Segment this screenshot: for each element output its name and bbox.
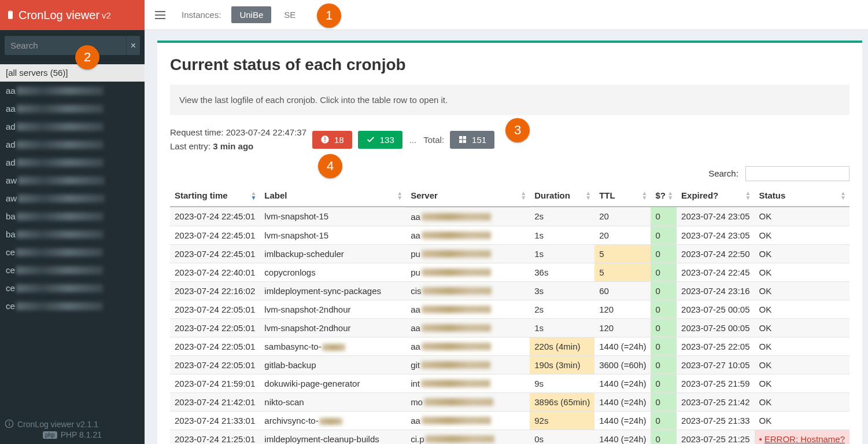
sidebar-item-server[interactable]: aa <box>0 100 145 118</box>
col-label: Duration <box>534 190 570 200</box>
table-row[interactable]: 2023-07-24 22:16:02imldeployment-sync-pa… <box>170 281 849 300</box>
cell-label: imldeployment-sync-packages <box>260 281 406 300</box>
sidebar-item-server[interactable]: ce <box>0 279 145 297</box>
server-redacted <box>422 213 491 221</box>
server-redacted <box>422 232 491 239</box>
svg-rect-8 <box>459 140 462 142</box>
cronjob-table: Starting time ▲▼ Label ▲▼ Server ▲▼ Dura… <box>170 185 849 444</box>
cell-start: 2023-07-24 22:05:01 <box>170 337 260 355</box>
search-input[interactable] <box>5 36 126 55</box>
sidebar-item-label: [all servers (56)] <box>6 68 68 78</box>
sidebar-item-server[interactable]: aa <box>0 82 145 100</box>
cell-ttl: 1440 (=24h) <box>594 411 651 430</box>
col-label[interactable]: Label ▲▼ <box>260 185 406 207</box>
table-row[interactable]: 2023-07-24 22:45:01lvm-snapshot-15aa1s20… <box>170 226 849 244</box>
cell-status: OK <box>755 281 849 300</box>
cell-start: 2023-07-24 22:05:01 <box>170 355 260 374</box>
cell-ttl: 1440 (=24h) <box>594 392 651 411</box>
footer-php: PHP 8.1.21 <box>61 430 102 439</box>
cell-ttl: 20 <box>594 226 651 244</box>
cell-expired: 2023-07-25 21:25 <box>677 430 754 444</box>
server-prefix: ce <box>6 283 15 293</box>
cell-expired: 2023-07-25 21:42 <box>677 392 754 411</box>
cell-start: 2023-07-24 21:59:01 <box>170 374 260 392</box>
table-row[interactable]: 2023-07-24 21:59:01dokuwiki-page-generat… <box>170 374 849 392</box>
brand[interactable]: CronLog viewer v2 <box>0 0 145 30</box>
sidebar-item-server[interactable]: ce <box>0 297 145 315</box>
col-duration[interactable]: Duration ▲▼ <box>530 185 594 207</box>
error-count: 18 <box>334 135 344 145</box>
table-row[interactable]: 2023-07-24 21:33:01archivsync-to-aa92s14… <box>170 411 849 430</box>
error-dot-icon: • <box>759 434 762 444</box>
sidebar-item-server[interactable]: ba <box>0 207 145 225</box>
table-row[interactable]: 2023-07-24 22:45:01lvm-snapshot-15aa2s20… <box>170 207 849 226</box>
col-ttl[interactable]: TTL ▲▼ <box>594 185 651 207</box>
cell-start: 2023-07-24 22:45:01 <box>170 244 260 263</box>
cell-start: 2023-07-24 22:05:01 <box>170 318 260 337</box>
server-redacted <box>422 269 491 276</box>
brand-title: CronLog viewer <box>19 9 99 22</box>
server-redacted <box>422 324 491 332</box>
server-redacted <box>17 87 104 95</box>
error-count-badge[interactable]: 18 <box>312 131 352 149</box>
table-row[interactable]: 2023-07-24 21:25:01imldeployment-cleanup… <box>170 430 849 444</box>
sidebar-item-server[interactable]: ad <box>0 153 145 171</box>
hint-box: View the last logfile of each cronjob. C… <box>170 85 849 115</box>
total-count: 151 <box>472 135 486 145</box>
search-clear-button[interactable]: × <box>126 36 140 55</box>
instances-label: Instances: <box>182 10 221 20</box>
server-redacted <box>16 248 103 256</box>
cell-label: imldeployment-cleanup-builds <box>260 430 406 444</box>
cell-duration: 92s <box>530 411 594 430</box>
cell-status: OK <box>755 226 849 244</box>
sidebar-item-server[interactable]: ce <box>0 261 145 279</box>
sort-icon: ▲▼ <box>840 191 846 200</box>
menu-toggle-icon[interactable] <box>155 11 165 19</box>
server-redacted <box>16 284 103 292</box>
server-prefix: aa <box>6 86 16 96</box>
cell-ttl: 60 <box>594 281 651 300</box>
col-label: $? <box>655 190 666 200</box>
table-row[interactable]: 2023-07-24 22:05:01lvm-snapshot-2ndhoura… <box>170 300 849 318</box>
error-link[interactable]: ERROR: Hostname? <box>764 434 845 444</box>
server-redacted <box>422 343 491 350</box>
instance-tab-se[interactable]: SE <box>276 6 304 23</box>
cell-ttl: 120 <box>594 318 651 337</box>
table-row[interactable]: 2023-07-24 22:05:01gitlab-backupgit190s … <box>170 355 849 374</box>
table-row[interactable]: 2023-07-24 21:42:01nikto-scanmo3896s (65… <box>170 392 849 411</box>
col-exitcode[interactable]: $? ▲▼ <box>651 185 677 207</box>
cell-status: OK <box>755 392 849 411</box>
cell-start: 2023-07-24 21:25:01 <box>170 430 260 444</box>
sidebar-item-server[interactable]: aw <box>0 189 145 207</box>
cell-ttl: 1440 (=24h) <box>594 337 651 355</box>
brand-version: v2 <box>102 10 111 20</box>
sidebar-item-all-servers[interactable]: [all servers (56)] <box>0 64 145 82</box>
cell-ttl: 1440 (=24h) <box>594 430 651 444</box>
cell-label: lvm-snapshot-15 <box>260 207 406 226</box>
table-row[interactable]: 2023-07-24 22:40:01copycronlogspu36s5020… <box>170 263 849 281</box>
col-status[interactable]: Status ▲▼ <box>755 185 849 207</box>
sidebar-item-server[interactable]: ad <box>0 118 145 135</box>
total-count-badge[interactable]: 151 <box>450 131 494 149</box>
table-search-input[interactable] <box>745 166 849 181</box>
server-prefix: ce <box>6 265 15 275</box>
instance-tab-unibe[interactable]: UniBe <box>231 6 271 23</box>
col-label: TTL <box>599 190 615 200</box>
table-row[interactable]: 2023-07-24 22:05:01sambasync-to-aa220s (… <box>170 337 849 355</box>
table-row[interactable]: 2023-07-24 22:45:01imlbackup-schedulerpu… <box>170 244 849 263</box>
col-starting-time[interactable]: Starting time ▲▼ <box>170 185 260 207</box>
col-expired[interactable]: Expired? ▲▼ <box>677 185 754 207</box>
sidebar-item-server[interactable]: aw <box>0 171 145 189</box>
server-redacted <box>422 306 491 313</box>
col-server[interactable]: Server ▲▼ <box>406 185 530 207</box>
table-row[interactable]: 2023-07-24 22:05:01lvm-snapshot-2ndhoura… <box>170 318 849 337</box>
sidebar-item-server[interactable]: ba <box>0 225 145 243</box>
sidebar-item-server[interactable]: ce <box>0 243 145 261</box>
main-content: Current status of each cronjob View the … <box>145 30 868 444</box>
cell-label: archivsync-to- <box>260 411 406 430</box>
server-redacted <box>422 250 491 258</box>
sidebar-item-server[interactable]: ad <box>0 135 145 153</box>
ok-count-badge[interactable]: 133 <box>358 131 402 149</box>
last-entry-value: 3 min ago <box>213 141 253 151</box>
cell-duration: 36s <box>530 263 594 281</box>
